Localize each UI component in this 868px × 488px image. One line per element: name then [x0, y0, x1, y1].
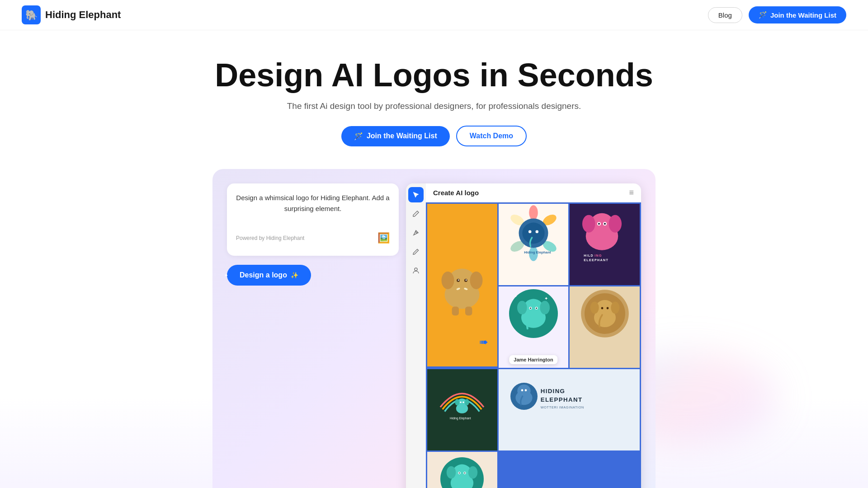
svg-text:ELEEPHANT: ELEEPHANT [584, 258, 609, 262]
blog-button[interactable]: Blog [708, 7, 742, 23]
logo-cell-2[interactable]: Hiding Elephant [499, 204, 569, 285]
chat-text: Design a whimsical logo for Hiding Eleph… [236, 192, 390, 214]
logo-cell-6[interactable]: Hiding Elephant [427, 369, 497, 450]
hero-buttons: 🪄 Join the Waiting List Watch Demo [341, 126, 527, 146]
svg-rect-14 [465, 307, 472, 316]
navbar: 🐘 Hiding Elephant Blog 🪄 Join the Waitin… [0, 0, 868, 30]
svg-point-64 [463, 402, 465, 404]
hero-subtitle: The first Ai design tool by professional… [287, 101, 581, 111]
svg-point-70 [521, 389, 523, 392]
svg-point-2 [415, 268, 417, 271]
toolbar [406, 183, 426, 488]
demo-container: Design a whimsical logo for Hiding Eleph… [212, 169, 656, 488]
canvas-title: Create AI logo [433, 189, 479, 197]
wand-icon-hero: 🪄 [354, 132, 363, 141]
nav-waiting-button[interactable]: 🪄 Join the Waiting List [749, 6, 846, 23]
logo-icon: 🐘 [22, 5, 41, 24]
pen-tool[interactable] [408, 225, 424, 240]
svg-point-30 [582, 215, 595, 233]
svg-point-42 [517, 301, 527, 314]
canvas-header: Create AI logo ≡ [426, 183, 641, 202]
brown-circle-logo [578, 286, 632, 341]
svg-text:ELEPPHANT: ELEPPHANT [540, 396, 582, 403]
hero-title: Design AI Logos in Seconds [215, 57, 653, 93]
svg-text:✦: ✦ [544, 296, 548, 301]
rainbow-elephant-logo: Hiding Elephant [435, 369, 489, 423]
dark-elephant-logo: HILD ING ELEEPHANT [576, 204, 634, 263]
user-tool[interactable] [408, 263, 424, 278]
svg-text:Hiding Elephant: Hiding Elephant [524, 251, 551, 255]
svg-rect-13 [452, 307, 459, 316]
circle-elephant-logo: ✦ ✦ [506, 286, 561, 341]
svg-text:🐘: 🐘 [25, 9, 38, 21]
svg-point-46 [530, 308, 531, 309]
svg-point-16 [529, 205, 538, 220]
svg-text:Hiding Elephant: Hiding Elephant [450, 417, 471, 420]
logo-cell-7[interactable]: HIDING ELEPPHANT WOTTERI IMAGINATION [499, 369, 640, 450]
edit-tool[interactable] [408, 206, 424, 221]
demo-button[interactable]: Watch Demo [456, 126, 527, 146]
svg-point-79 [447, 466, 456, 479]
svg-point-24 [528, 230, 532, 234]
pencil-tool[interactable] [408, 244, 424, 259]
svg-point-69 [517, 385, 530, 397]
svg-point-62 [465, 399, 469, 405]
chat-footer: Powered by Hiding Elephant 🖼️ [236, 227, 390, 244]
powered-by-text: Powered by Hiding Elephant [236, 235, 304, 241]
svg-point-55 [611, 302, 619, 314]
logo-grid: ➠ [426, 202, 641, 488]
svg-point-9 [458, 280, 459, 281]
svg-text:ING: ING [594, 254, 602, 258]
nav-actions: Blog 🪄 Join the Waiting List [708, 6, 846, 23]
tooltip: Jame Harrington [509, 355, 557, 364]
svg-point-35 [604, 223, 606, 225]
svg-point-83 [459, 473, 460, 474]
svg-point-63 [460, 402, 462, 404]
hero-section: Design AI Logos in Seconds The first Ai … [0, 30, 868, 488]
svg-point-43 [540, 301, 550, 314]
cream-elephant-logo: Hiding Eleph... [435, 452, 489, 488]
svg-point-57 [606, 307, 609, 310]
svg-text:✦: ✦ [514, 294, 517, 298]
svg-point-25 [536, 230, 539, 234]
text-elephant-logo: HIDING ELEPPHANT WOTTERI IMAGINATION [506, 369, 632, 423]
svg-point-6 [470, 272, 483, 289]
svg-text:HIDING: HIDING [540, 388, 565, 395]
wand-icon: 🪄 [759, 11, 767, 19]
svg-point-54 [590, 302, 599, 314]
hero-waiting-button[interactable]: 🪄 Join the Waiting List [341, 126, 450, 146]
logo-cell-5[interactable] [570, 286, 640, 368]
colorful-elephant-logo: Hiding Elephant [504, 204, 563, 263]
svg-point-80 [468, 466, 477, 479]
logo-container: 🐘 Hiding Elephant [22, 5, 121, 24]
svg-text:HILD: HILD [584, 254, 594, 258]
svg-point-10 [466, 280, 467, 281]
menu-icon[interactable]: ≡ [629, 188, 634, 197]
chat-panel: Design a whimsical logo for Hiding Eleph… [227, 183, 399, 300]
chat-box: Design a whimsical logo for Hiding Eleph… [227, 183, 399, 256]
logo-cell-8[interactable]: Hiding Eleph... [427, 452, 497, 488]
logo-cell-3[interactable]: HILD ING ELEEPHANT [570, 204, 640, 285]
image-attach-icon[interactable]: 🖼️ [377, 232, 390, 244]
elephant-simple-logo [430, 253, 494, 317]
svg-point-71 [524, 389, 527, 392]
svg-text:WOTTERI IMAGINATION: WOTTERI IMAGINATION [540, 405, 584, 409]
app-panel: Create AI logo ≡ [406, 183, 641, 488]
svg-point-31 [609, 215, 622, 233]
svg-point-61 [455, 399, 460, 405]
logo-cell-1[interactable]: ➠ [427, 204, 497, 366]
svg-point-23 [522, 223, 544, 244]
svg-point-84 [464, 473, 465, 474]
brand-name: Hiding Elephant [45, 9, 121, 21]
svg-point-5 [442, 272, 454, 289]
cursor-tool[interactable] [408, 187, 424, 202]
design-logo-button[interactable]: Design a logo ✨ [227, 265, 311, 286]
svg-point-56 [601, 307, 603, 310]
svg-point-34 [598, 223, 600, 225]
sparkle-icon: ✨ [291, 272, 298, 279]
canvas-area: Create AI logo ≡ [426, 183, 641, 488]
logo-cell-4[interactable]: ✦ ✦ Jame Harrington [499, 286, 569, 368]
svg-point-47 [536, 308, 537, 309]
